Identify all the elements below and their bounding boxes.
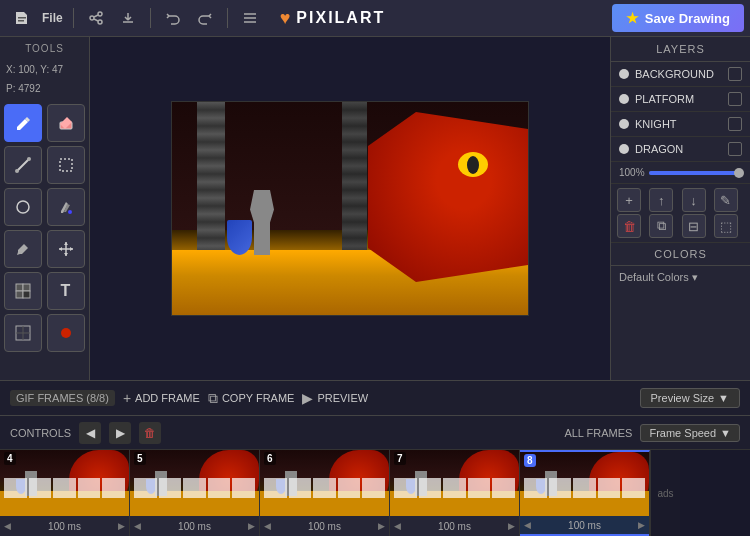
undo-icon[interactable] bbox=[159, 4, 187, 32]
svg-line-5 bbox=[94, 15, 98, 17]
svg-rect-14 bbox=[60, 159, 72, 171]
preview-btn[interactable]: ▶ PREVIEW bbox=[302, 390, 368, 406]
merge-layer-btn[interactable]: ⊟ bbox=[682, 214, 706, 238]
file-label[interactable]: File bbox=[40, 4, 65, 32]
add-layer-btn[interactable]: + bbox=[617, 188, 641, 212]
edit-layer-btn[interactable]: ✎ bbox=[714, 188, 738, 212]
copy-frame-btn[interactable]: ⧉ COPY FRAME bbox=[208, 390, 295, 407]
frame-4[interactable]: 4 ◀ 100 ms ▶ bbox=[0, 450, 130, 536]
eraser-tool[interactable] bbox=[47, 104, 85, 142]
frame-4-arrow-right[interactable]: ▶ bbox=[118, 521, 125, 531]
color-select-tool[interactable] bbox=[47, 314, 85, 352]
layer-dragon[interactable]: DRAGON bbox=[611, 137, 750, 162]
frames-row: 4 ◀ 100 ms ▶ 5 ◀ 100 ms ▶ bbox=[0, 450, 750, 536]
layer-background[interactable]: BACKGROUND bbox=[611, 62, 750, 87]
frame-4-ms[interactable]: ◀ 100 ms ▶ bbox=[0, 516, 129, 536]
frame-4-thumb: 4 bbox=[0, 450, 129, 516]
svg-rect-17 bbox=[16, 284, 23, 291]
frame-8[interactable]: 8 ◀ 100 ms ▶ bbox=[520, 450, 650, 536]
svg-point-15 bbox=[17, 201, 29, 213]
svg-rect-0 bbox=[18, 17, 26, 19]
select-tool[interactable] bbox=[47, 146, 85, 184]
canvas-area[interactable] bbox=[90, 37, 610, 380]
layer-knight[interactable]: KNIGHT bbox=[611, 112, 750, 137]
shield bbox=[227, 220, 252, 255]
frame-5-ms[interactable]: ◀ 100 ms ▶ bbox=[130, 516, 259, 536]
circle-tool[interactable] bbox=[4, 188, 42, 226]
duplicate-layer-btn[interactable]: ⧉ bbox=[649, 214, 673, 238]
svg-rect-19 bbox=[16, 291, 23, 298]
svg-point-2 bbox=[98, 12, 102, 16]
pencil-tool[interactable] bbox=[4, 104, 42, 142]
frame-4-num: 4 bbox=[4, 452, 16, 465]
prev-frame-btn[interactable]: ◀ bbox=[79, 422, 101, 444]
menu-icon[interactable] bbox=[236, 4, 264, 32]
share-icon[interactable] bbox=[82, 4, 110, 32]
divider3 bbox=[227, 8, 228, 28]
svg-point-24 bbox=[61, 328, 71, 338]
tools-panel: TOOLS X: 100, Y: 47 P: 4792 bbox=[0, 37, 90, 380]
delete-frame-btn[interactable]: 🗑 bbox=[139, 422, 161, 444]
layer-vis-bg[interactable] bbox=[728, 67, 742, 81]
line-tool[interactable] bbox=[4, 146, 42, 184]
frame-speed-btn[interactable]: Frame Speed ▼ bbox=[640, 424, 740, 442]
divider1 bbox=[73, 8, 74, 28]
layer-vis-plat[interactable] bbox=[728, 92, 742, 106]
main-area: TOOLS X: 100, Y: 47 P: 4792 bbox=[0, 37, 750, 380]
all-frames-label: ALL FRAMES bbox=[564, 427, 632, 439]
download-icon[interactable] bbox=[114, 4, 142, 32]
dragon-head bbox=[368, 112, 528, 282]
frame-5-num: 5 bbox=[134, 452, 146, 465]
colors-label[interactable]: Default Colors ▾ bbox=[619, 271, 698, 283]
frame-4-arrow-left[interactable]: ◀ bbox=[4, 521, 11, 531]
layer-dot-bg bbox=[619, 69, 629, 79]
layer-vis-dragon[interactable] bbox=[728, 142, 742, 156]
layer-vis-knight[interactable] bbox=[728, 117, 742, 131]
save-button[interactable]: ★ Save Drawing bbox=[612, 4, 744, 32]
add-frame-label: ADD FRAME bbox=[135, 392, 200, 404]
frame-6-ms[interactable]: ◀ 100 ms ▶ bbox=[260, 516, 389, 536]
frame-6[interactable]: 6 ◀ 100 ms ▶ bbox=[260, 450, 390, 536]
eyedropper-tool[interactable] bbox=[4, 230, 42, 268]
controls-label: CONTROLS bbox=[10, 427, 71, 439]
copy-frame-label: COPY FRAME bbox=[222, 392, 295, 404]
opacity-slider[interactable] bbox=[649, 171, 742, 175]
svg-point-12 bbox=[15, 169, 19, 173]
redo-icon[interactable] bbox=[191, 4, 219, 32]
tool-grid: T bbox=[4, 104, 85, 352]
move-down-btn[interactable]: ↓ bbox=[682, 188, 706, 212]
frame-5[interactable]: 5 ◀ 100 ms ▶ bbox=[130, 450, 260, 536]
layer-platform[interactable]: PLATFORM bbox=[611, 87, 750, 112]
text-tool[interactable]: T bbox=[47, 272, 85, 310]
timeline: CONTROLS ◀ ▶ 🗑 ALL FRAMES Frame Speed ▼ … bbox=[0, 416, 750, 536]
frame-7[interactable]: 7 ◀ 100 ms ▶ bbox=[390, 450, 520, 536]
stamp-tool[interactable] bbox=[4, 272, 42, 310]
frame-8-ms[interactable]: ◀ 100 ms ▶ bbox=[520, 516, 649, 536]
fill-tool[interactable] bbox=[47, 188, 85, 226]
svg-point-4 bbox=[98, 20, 102, 24]
plus-icon: + bbox=[123, 390, 131, 406]
opacity-label: 100% bbox=[619, 167, 645, 178]
frame-8-val: 100 ms bbox=[531, 520, 638, 531]
opacity-fill bbox=[649, 171, 742, 175]
colors-row[interactable]: Default Colors ▾ bbox=[611, 266, 750, 288]
next-frame-btn[interactable]: ▶ bbox=[109, 422, 131, 444]
add-frame-btn[interactable]: + ADD FRAME bbox=[123, 390, 200, 406]
frame-5-val: 100 ms bbox=[141, 521, 248, 532]
logo: ♥ PIXILART bbox=[280, 8, 386, 29]
save-label: Save Drawing bbox=[645, 11, 730, 26]
tools-label: TOOLS bbox=[4, 43, 85, 54]
layer-name-bg: BACKGROUND bbox=[635, 68, 722, 80]
preview-size-btn[interactable]: Preview Size ▼ bbox=[640, 388, 740, 408]
frame-7-ms[interactable]: ◀ 100 ms ▶ bbox=[390, 516, 519, 536]
export-layer-btn[interactable]: ⬚ bbox=[714, 214, 738, 238]
delete-layer-btn[interactable]: 🗑 bbox=[617, 214, 641, 238]
move-tool[interactable] bbox=[47, 230, 85, 268]
pixel-canvas[interactable] bbox=[171, 101, 529, 316]
extra-tool[interactable] bbox=[4, 314, 42, 352]
frame-6-num: 6 bbox=[264, 452, 276, 465]
move-up-btn[interactable]: ↑ bbox=[649, 188, 673, 212]
file-menu[interactable] bbox=[8, 4, 36, 32]
frame-speed-arrow: ▼ bbox=[720, 427, 731, 439]
play-icon: ▶ bbox=[302, 390, 313, 406]
